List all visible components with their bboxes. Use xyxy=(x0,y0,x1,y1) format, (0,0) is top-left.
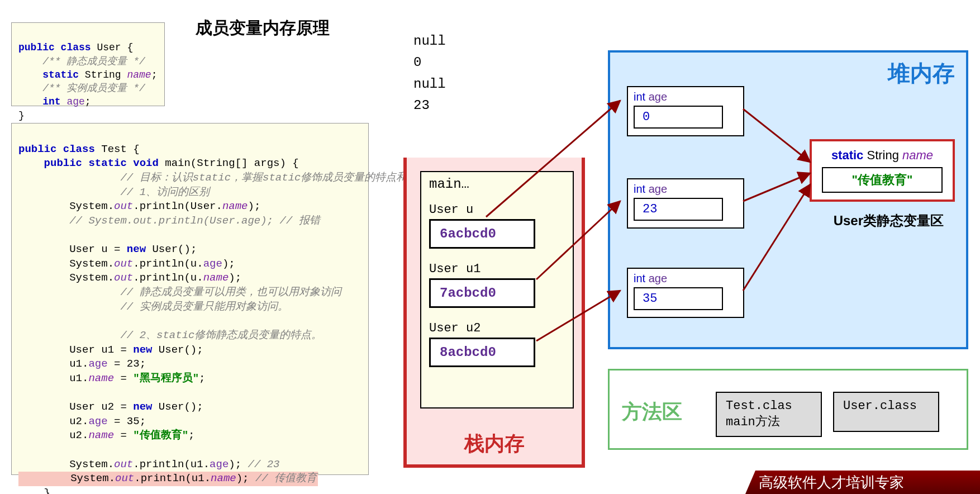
method-box-user: User.class xyxy=(833,392,939,432)
footer-banner: 高级软件人才培训专家 xyxy=(745,471,980,494)
diagram-title: 成员变量内存原理 xyxy=(196,17,330,40)
static-area-caption: User类静态变量区 xyxy=(834,212,944,230)
heap-title: 堆内存 xyxy=(888,58,955,89)
method-area-title: 方法区 xyxy=(622,398,682,426)
code-test: public class Test { public static void m… xyxy=(11,123,369,475)
heap-object: int age 35 xyxy=(627,268,744,318)
var-address: 7acbcd0 xyxy=(429,278,535,308)
var-address: 6acbcd0 xyxy=(429,219,535,249)
heap-memory: 堆内存 int int ageage 0 int age 23 int age … xyxy=(608,50,968,349)
heap-object: int age 23 xyxy=(627,178,744,229)
var-label: User u1 xyxy=(429,262,565,276)
heap-object: int int ageage 0 xyxy=(627,86,744,136)
frame-name: main… xyxy=(421,172,573,196)
method-area: 方法区 Test.clasmain方法 User.class xyxy=(608,369,968,450)
method-box-test: Test.clasmain方法 xyxy=(716,392,822,437)
stack-title: 栈内存 xyxy=(407,430,582,458)
var-address: 8acbcd0 xyxy=(429,338,535,367)
console-output: null 0 null 23 xyxy=(413,31,446,117)
stack-memory: 栈内存 main… User u 6acbcd0 User u1 7acbcd0… xyxy=(403,158,585,468)
var-label: User u2 xyxy=(429,321,565,335)
stack-frame-main: main… User u 6acbcd0 User u1 7acbcd0 Use… xyxy=(420,171,574,408)
var-label: User u xyxy=(429,203,565,217)
static-variable-box: static String name "传值教育" xyxy=(810,139,955,202)
code-user: public class User { /** 静态成员变量 */ static… xyxy=(11,22,165,106)
